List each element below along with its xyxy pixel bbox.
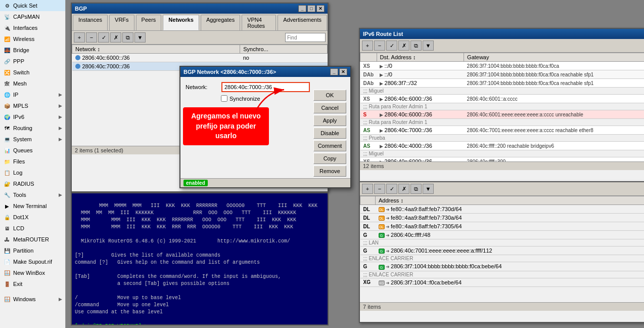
sidebar-item-switch[interactable]: 🔀 Switch — [0, 67, 65, 78]
sidebar-item-metarouter[interactable]: 🖧 MetaROUTER — [0, 234, 65, 245]
ipv6-check-btn[interactable]: ✓ — [386, 40, 397, 51]
table-row[interactable]: ;;; Miguel — [360, 150, 645, 157]
sidebar-item-mpls[interactable]: 📦 MPLS ▶ — [0, 100, 65, 111]
comment-btn[interactable]: Comment — [313, 140, 346, 151]
sidebar-item-log[interactable]: 📋 Log — [0, 167, 65, 178]
tab-instances[interactable]: Instances — [73, 15, 108, 30]
addr-add-btn[interactable]: + — [362, 184, 373, 194]
table-row[interactable]: S ▶ 2806:40c:6000::/36 2806:40c:6001:eee… — [360, 110, 645, 119]
col-type[interactable] — [360, 53, 377, 62]
add-btn[interactable]: + — [74, 32, 85, 43]
sidebar-item-new-winbox[interactable]: 🪟 New WinBox — [0, 267, 65, 278]
sidebar-item-ipv6[interactable]: 🌍 IPv6 ▶ — [0, 111, 65, 122]
sidebar-item-tools[interactable]: 🔧 Tools ▶ — [0, 189, 65, 200]
table-row[interactable]: XS ▶ ::/0 2806:3f7:1004:bbbb:bbbb:bbbb:f… — [360, 62, 645, 70]
ipv6-add-btn[interactable]: + — [362, 40, 373, 51]
terminal-window[interactable]: MMM MMMM MMM III KKK KKK RRRRRRR OOOOO0 … — [71, 192, 329, 325]
remove-btn[interactable]: − — [86, 32, 97, 43]
sidebar-item-system[interactable]: 💻 System ▶ — [0, 134, 65, 145]
bgp-dialog-titlebar[interactable]: BGP Network <2806:40c:7000::/36> _ ✕ — [180, 67, 350, 77]
sidebar-item-wireless[interactable]: 📶 Wireless — [0, 33, 65, 45]
table-row[interactable]: XS ▶ 2806:40c:6000::/36 2806:40c:ffff::3… — [360, 157, 645, 162]
sidebar-item-interfaces[interactable]: 🔌 Interfaces — [0, 22, 65, 33]
table-row[interactable]: ;;; ENLACE CARRIER — [360, 255, 645, 262]
addr-copy-btn[interactable]: ⧉ — [410, 184, 422, 194]
addr-col-type[interactable] — [360, 196, 376, 205]
sidebar-item-bridge[interactable]: 🌉 Bridge — [0, 45, 65, 56]
tab-aggregates[interactable]: Aggregates — [201, 15, 240, 30]
table-row[interactable]: 2806:40c:6000::/36 no — [72, 54, 328, 63]
table-row[interactable]: ;;; ENLACE CARRIER — [360, 271, 645, 278]
sidebar-item-lcd[interactable]: 🖥 LCD — [0, 223, 65, 234]
table-row[interactable]: DL DL➜ fe80::4aa9:8aff:feb7:730d/64 — [360, 205, 645, 214]
copy-dialog-btn[interactable]: Copy — [313, 153, 346, 164]
sidebar-item-new-terminal[interactable]: ▶ New Terminal — [0, 200, 65, 212]
bgp-close-btn[interactable]: ✕ — [316, 5, 325, 12]
table-row[interactable]: ;;; Prueba — [360, 135, 645, 142]
ok-btn[interactable]: OK — [313, 90, 346, 101]
table-row[interactable]: ;;; LAN — [360, 239, 645, 247]
sidebar-item-make-supout[interactable]: 📄 Make Supout.rif — [0, 256, 65, 267]
table-row[interactable]: DL DL➜ fe80::4aa9:8aff:feb7:730a/64 — [360, 214, 645, 222]
addr-remove-btn[interactable]: − — [374, 184, 385, 194]
sidebar-item-quick-set[interactable]: ⚙ Quick Set — [0, 0, 65, 11]
sidebar-item-files[interactable]: 📁 Files — [0, 156, 65, 167]
tab-vrfs[interactable]: VRFs — [109, 15, 134, 30]
table-row[interactable]: G G➜ 2806:3f7:1004:bbbb:bbbb:bbbb:f0ca:b… — [360, 262, 645, 271]
find-input[interactable] — [285, 33, 326, 42]
synchronize-checkbox[interactable] — [221, 95, 227, 102]
table-row[interactable]: DAb ▶ 2806:3f7::/32 2806:3f7:1004:bbbb:b… — [360, 79, 645, 88]
tab-vpn4routes[interactable]: VPN4 Routes — [242, 15, 276, 30]
table-row[interactable]: DAb ▶ ::/0 2806:3f7:1004:bbbb:bbbb:bbbb:… — [360, 70, 645, 79]
table-row[interactable]: ;;; Miguel — [360, 88, 645, 95]
bgp-maximize-btn[interactable]: □ — [307, 5, 315, 12]
apply-btn[interactable]: Apply — [313, 115, 346, 126]
tab-advertisements[interactable]: Advertisements — [278, 15, 327, 30]
addr-filter-btn[interactable]: ▼ — [423, 184, 434, 194]
filter-btn[interactable]: ▼ — [134, 32, 146, 43]
table-row[interactable]: ;;; Ruta para Router Admin 1 — [360, 103, 645, 110]
table-row[interactable]: G G➜ 2806:40c:7001:eeee:eeee:eeee:a:ffff… — [360, 247, 645, 255]
ipv6-filter-btn[interactable]: ▼ — [423, 40, 434, 51]
sidebar-item-dot1x[interactable]: 🔒 Dot1X — [0, 212, 65, 223]
table-row[interactable]: ;;; Ruta para Router Admin 1 — [360, 119, 645, 126]
ipv6-remove-btn[interactable]: − — [374, 40, 385, 51]
col-network[interactable]: Network ↕ — [72, 45, 240, 54]
sidebar-item-ip[interactable]: 🌐 IP ▶ — [0, 89, 65, 100]
terminal-content[interactable]: MMM MMMM MMM III KKK KKK RRRRRRR OOOOO0 … — [72, 193, 328, 324]
tab-peers[interactable]: Peers — [136, 15, 162, 30]
sidebar-item-partition[interactable]: 💾 Partition — [0, 245, 65, 256]
disable-btn[interactable]: Disable — [313, 128, 346, 139]
cancel-btn[interactable]: Cancel — [313, 102, 346, 113]
col-synchro[interactable]: Synchro... — [240, 45, 328, 54]
addr-col-address[interactable]: Address ↕ — [376, 196, 645, 205]
sidebar-item-routing[interactable]: 🗺 Routing ▶ — [0, 122, 65, 134]
dialog-close-btn[interactable]: ✕ — [339, 68, 347, 75]
col-dst-address[interactable]: Dst. Address ↕ — [377, 53, 464, 62]
check-btn[interactable]: ✓ — [98, 32, 109, 43]
sidebar-item-radius[interactable]: 🔐 RADIUS — [0, 178, 65, 189]
bgp-minimize-btn[interactable]: _ — [298, 5, 306, 12]
addr-check-btn[interactable]: ✓ — [386, 184, 397, 194]
addr-cross-btn[interactable]: ✗ — [398, 184, 409, 194]
sidebar-item-ppp[interactable]: 🔗 PPP — [0, 56, 65, 67]
table-row[interactable]: G G➜ 2806:40c:ffff:/48 — [360, 231, 645, 239]
copy-btn[interactable]: ⧉ — [122, 32, 133, 43]
col-gateway[interactable]: Gateway — [464, 53, 644, 62]
sidebar-item-queues[interactable]: 📊 Queues — [0, 145, 65, 156]
table-row[interactable]: DL DL➜ fe80::4aa9:8aff:feb7:7305/64 — [360, 222, 645, 231]
sidebar-item-capsman[interactable]: 📡 CAPsMAN — [0, 11, 65, 22]
remove-btn[interactable]: Remove — [313, 166, 346, 177]
dialog-minimize-btn[interactable]: _ — [330, 68, 338, 75]
table-row[interactable]: XS ▶ 2806:40c:6000::/36 2806:40c:6001::a… — [360, 95, 645, 103]
ipv6-copy-btn[interactable]: ⧉ — [410, 40, 422, 51]
table-row[interactable]: AS ▶ 2806:40c:4000::/36 2806:40c:ffff::2… — [360, 142, 645, 150]
ipv6-titlebar[interactable]: IPv6 Route List _ □ ✕ — [360, 29, 644, 39]
bgp-window-titlebar[interactable]: BGP _ □ ✕ — [72, 4, 328, 14]
sidebar-item-windows[interactable]: 🪟 Windows ▶ — [0, 294, 65, 305]
sidebar-item-mesh[interactable]: 🕸 Mesh — [0, 78, 65, 89]
table-row[interactable]: AS ▶ 2806:40c:7000::/36 2806:40c:7001:ee… — [360, 126, 645, 135]
cross-btn[interactable]: ✗ — [110, 32, 121, 43]
table-row[interactable]: XG XG➜ 2806:3f7:1004::f0ca:bebe/64 — [360, 278, 645, 286]
ipv6-cross-btn[interactable]: ✗ — [398, 40, 409, 51]
